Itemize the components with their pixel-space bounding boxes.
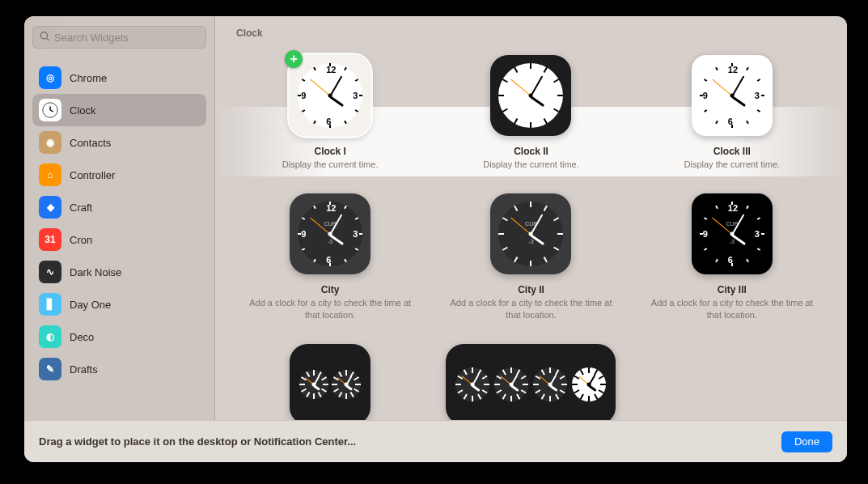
- day-one-icon: ▋: [39, 293, 61, 316]
- widget-preview[interactable]: 12369: [692, 55, 773, 136]
- sidebar-item-contacts[interactable]: ◉Contacts: [32, 126, 206, 159]
- add-widget-icon[interactable]: +: [285, 50, 303, 68]
- widget-preview[interactable]: 12369+: [290, 55, 370, 136]
- sidebar-item-label: Drafts: [70, 363, 98, 376]
- sidebar-item-chrome[interactable]: ◎Chrome: [32, 62, 206, 94]
- widget-clock-i[interactable]: 12369+Clock IDisplay the current time.: [235, 49, 426, 180]
- widget-preview[interactable]: [490, 55, 571, 136]
- contacts-icon: ◉: [39, 131, 61, 154]
- svg-point-0: [40, 32, 47, 39]
- widget-city-ii[interactable]: CUP-3City IIAdd a clock for a city to ch…: [435, 187, 626, 331]
- done-button[interactable]: Done: [781, 431, 832, 452]
- sidebar-item-label: Contacts: [70, 137, 111, 149]
- sidebar-item-craft[interactable]: ◆Craft: [32, 191, 206, 223]
- widget-preview[interactable]: [290, 344, 370, 420]
- sidebar-item-controller[interactable]: ⌂Controller: [32, 159, 206, 191]
- craft-icon: ◆: [39, 196, 61, 219]
- widget-title: Clock II: [514, 146, 548, 157]
- widget-desc: Display the current time.: [483, 159, 579, 171]
- footer-hint: Drag a widget to place it on the desktop…: [39, 435, 356, 448]
- widget-world-clock-small[interactable]: [235, 338, 426, 420]
- search-field-wrap: [32, 26, 206, 49]
- cron-icon: 31: [39, 228, 61, 251]
- widget-clock-iii[interactable]: 12369Clock IIIDisplay the current time.: [637, 49, 828, 180]
- sidebar-item-cron[interactable]: 31Cron: [32, 223, 206, 256]
- section-title: Clock: [215, 16, 847, 42]
- sidebar-item-label: Cron: [70, 234, 92, 246]
- widget-title: City III: [718, 284, 747, 295]
- widget-grid: 12369+Clock IDisplay the current time.Cl…: [215, 42, 847, 420]
- svg-line-1: [47, 38, 49, 40]
- deco-icon: ◐: [39, 325, 61, 348]
- sidebar-item-day-one[interactable]: ▋Day One: [32, 288, 206, 321]
- sidebar-list: ◎ChromeClock◉Contacts⌂Controller◆Craft31…: [32, 62, 206, 420]
- clock-icon: [39, 99, 61, 121]
- search-icon: [39, 31, 50, 45]
- chrome-icon: ◎: [39, 66, 61, 89]
- sidebar-item-deco[interactable]: ◐Deco: [32, 321, 206, 353]
- sidebar-item-clock[interactable]: Clock: [32, 94, 206, 126]
- widget-title: City: [321, 284, 340, 295]
- widget-city[interactable]: 12369CUP-3CityAdd a clock for a city to …: [235, 187, 426, 331]
- controller-icon: ⌂: [39, 163, 61, 186]
- main-area: ◎ChromeClock◉Contacts⌂Controller◆Craft31…: [24, 16, 847, 420]
- sidebar-item-label: Deco: [70, 331, 94, 343]
- widget-preview[interactable]: CUP-3: [490, 193, 571, 274]
- sidebar: ◎ChromeClock◉Contacts⌂Controller◆Craft31…: [24, 16, 215, 420]
- widget-city-iii[interactable]: 12369CUP-3City IIIAdd a clock for a city…: [637, 187, 828, 331]
- widget-preview[interactable]: 12369CUP-3: [290, 193, 370, 274]
- widget-title: City II: [518, 284, 544, 295]
- sidebar-item-label: Chrome: [70, 72, 107, 84]
- widget-desc: Display the current time.: [684, 159, 781, 171]
- widget-content[interactable]: Clock 12369+Clock IDisplay the current t…: [215, 16, 847, 420]
- widget-preview[interactable]: [446, 344, 616, 420]
- widget-clock-ii[interactable]: Clock IIDisplay the current time.: [435, 49, 626, 180]
- widget-title: Clock III: [713, 146, 751, 157]
- dark-noise-icon: ∿: [39, 261, 61, 283]
- widget-world-clock-wide[interactable]: [435, 338, 626, 420]
- sidebar-item-label: Day One: [70, 299, 111, 311]
- widget-desc: Add a clock for a city to check the time…: [450, 297, 612, 321]
- sidebar-item-label: Craft: [70, 202, 92, 214]
- widget-desc: Add a clock for a city to check the time…: [249, 297, 411, 321]
- footer-bar: Drag a widget to place it on the desktop…: [24, 420, 847, 462]
- widget-desc: Display the current time.: [282, 159, 379, 171]
- search-input[interactable]: [32, 26, 206, 49]
- sidebar-item-label: Clock: [70, 104, 96, 117]
- drafts-icon: ✎: [39, 358, 61, 380]
- sidebar-item-drafts[interactable]: ✎Drafts: [32, 353, 206, 385]
- sidebar-item-label: Dark Noise: [70, 266, 121, 278]
- widget-gallery-window: ◎ChromeClock◉Contacts⌂Controller◆Craft31…: [24, 16, 847, 462]
- sidebar-item-label: Controller: [70, 169, 115, 181]
- sidebar-item-dark-noise[interactable]: ∿Dark Noise: [32, 256, 206, 288]
- widget-desc: Add a clock for a city to check the time…: [651, 297, 813, 321]
- widget-preview[interactable]: 12369CUP-3: [692, 193, 773, 274]
- widget-title: Clock I: [314, 146, 345, 157]
